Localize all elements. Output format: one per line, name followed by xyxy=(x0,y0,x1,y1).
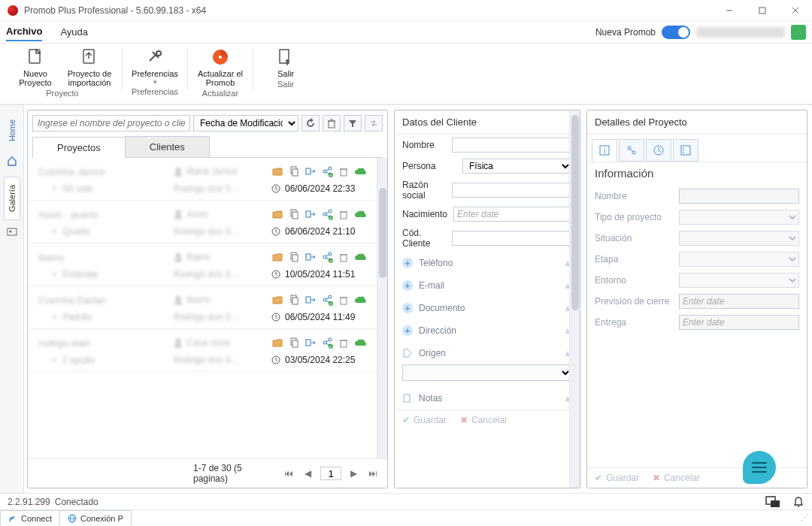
input-d-nombre[interactable] xyxy=(679,189,799,204)
select-d-situacion[interactable] xyxy=(679,231,799,246)
input-codcliente[interactable] xyxy=(452,231,572,246)
move-icon[interactable] xyxy=(304,251,317,263)
section-email[interactable]: +E-mail▲ xyxy=(395,274,580,297)
input-d-entrega[interactable] xyxy=(679,315,799,330)
section-telefono[interactable]: +Teléfono▲ xyxy=(395,252,580,274)
folder-icon[interactable] xyxy=(271,165,283,177)
section-direccion[interactable]: +Dirección▲ xyxy=(395,319,580,342)
tab-clients[interactable]: Clientes xyxy=(125,136,210,157)
trash-icon[interactable] xyxy=(338,337,350,349)
search-input[interactable] xyxy=(32,115,190,132)
select-d-entorno[interactable] xyxy=(679,273,799,288)
svg-text:i: i xyxy=(604,147,605,155)
new-project-button[interactable]: Nuevo Proyecto xyxy=(12,47,59,87)
project-row[interactable]: rodrigo.ibarr Casa nova + 2 opção Rodrig… xyxy=(28,329,387,372)
copy-icon[interactable] xyxy=(288,165,300,177)
brand-toggle[interactable] xyxy=(662,26,690,39)
dtab-history[interactable] xyxy=(646,139,671,162)
project-row[interactable]: Assis - quarto Assis + Quarto Rodrigo do… xyxy=(28,201,387,243)
project-row[interactable]: Cozinha Darlan Ibarro + Padrão Rodrigo d… xyxy=(28,286,387,329)
share-icon[interactable]: + xyxy=(321,208,333,220)
delete-button[interactable] xyxy=(323,115,341,132)
share-icon[interactable]: + xyxy=(321,251,333,263)
refresh-button[interactable] xyxy=(301,115,320,132)
copy-icon[interactable] xyxy=(288,208,300,220)
section-notas[interactable]: Notas▲ xyxy=(395,387,580,410)
pager-next[interactable]: ▶ xyxy=(347,467,360,480)
rail-galeria[interactable]: Galería xyxy=(4,177,20,220)
tab-projects[interactable]: Proyectos xyxy=(32,137,126,158)
copy-icon[interactable] xyxy=(288,294,300,306)
section-origen[interactable]: Origen▲ xyxy=(395,342,580,364)
status-connect[interactable]: Connect xyxy=(0,510,60,526)
avatar[interactable] xyxy=(791,25,806,40)
input-nacimiento[interactable] xyxy=(453,207,574,222)
import-project-button[interactable]: Proyecto de importación xyxy=(66,47,113,87)
folder-icon[interactable] xyxy=(271,251,283,263)
share-icon[interactable]: + xyxy=(321,294,333,306)
cloud-icon[interactable] xyxy=(354,337,366,349)
details-save-button[interactable]: ✔Guardar xyxy=(595,473,639,483)
windows-icon[interactable] xyxy=(765,496,780,508)
dtab-info[interactable]: i xyxy=(592,139,617,162)
status-conexion[interactable]: Conexión P xyxy=(60,510,132,526)
swap-button[interactable] xyxy=(365,115,383,132)
preferences-button[interactable]: Preferencias ▾ xyxy=(132,47,178,86)
pager-first[interactable]: ⏮ xyxy=(282,467,295,480)
folder-icon[interactable] xyxy=(271,208,283,220)
minimize-button[interactable] xyxy=(713,0,746,21)
scrollbar[interactable] xyxy=(377,158,387,458)
folder-icon[interactable] xyxy=(271,294,283,306)
section-documento[interactable]: +Documento▲ xyxy=(395,297,580,319)
filter-button[interactable] xyxy=(344,115,362,132)
move-icon[interactable] xyxy=(304,208,317,220)
bell-icon[interactable] xyxy=(792,496,804,508)
trash-icon[interactable] xyxy=(338,208,350,220)
select-persona[interactable]: Física xyxy=(462,159,572,174)
move-icon[interactable] xyxy=(304,337,317,349)
rail-home[interactable]: Home xyxy=(4,111,20,150)
menu-help[interactable]: Ayuda xyxy=(60,23,88,41)
input-nombre[interactable] xyxy=(452,138,572,153)
sort-select[interactable]: Fecha de Modificación xyxy=(193,115,298,132)
select-d-etapa[interactable] xyxy=(679,252,799,267)
client-save-button[interactable]: ✔Guardar xyxy=(402,415,447,425)
pager-last[interactable]: ⏭ xyxy=(367,467,380,480)
folder-icon[interactable] xyxy=(271,337,283,349)
trash-icon[interactable] xyxy=(338,294,350,306)
cloud-icon[interactable] xyxy=(354,165,366,177)
input-razon[interactable] xyxy=(452,183,572,198)
grip-icon[interactable]: ⋰ xyxy=(798,513,812,523)
maximize-button[interactable] xyxy=(746,0,779,21)
cloud-icon[interactable] xyxy=(354,294,366,306)
details-cancel-button[interactable]: ✖Cancelar xyxy=(653,473,700,483)
move-icon[interactable] xyxy=(304,294,317,306)
dtab-relations[interactable] xyxy=(619,139,644,162)
move-icon[interactable] xyxy=(304,165,317,177)
cloud-icon[interactable] xyxy=(354,208,366,220)
select-origen[interactable] xyxy=(402,364,572,381)
trash-icon[interactable] xyxy=(338,251,350,263)
select-d-tipo[interactable] xyxy=(679,210,799,225)
exit-button[interactable]: Salir xyxy=(262,47,309,78)
trash-icon[interactable] xyxy=(338,165,350,177)
dtab-checklist[interactable] xyxy=(673,139,698,162)
svg-rect-76 xyxy=(292,340,298,347)
scrollbar[interactable] xyxy=(569,110,580,488)
project-row[interactable]: Ibarro Ibarro + Estándar Rodrigo dos S… … xyxy=(28,243,387,286)
cloud-icon[interactable] xyxy=(354,251,366,263)
update-button[interactable]: Actualizar el Promob xyxy=(197,47,244,87)
menu-file[interactable]: Archivo xyxy=(6,23,42,41)
copy-icon[interactable] xyxy=(288,337,300,349)
client-cancel-button[interactable]: ✖Cancelar xyxy=(460,415,508,425)
chat-fab[interactable] xyxy=(743,451,776,484)
project-row[interactable]: Cozinha Janice Maria Janice + Só sala Ro… xyxy=(28,158,387,201)
share-icon[interactable]: + xyxy=(321,165,333,177)
close-button[interactable] xyxy=(779,0,812,21)
ribbon-group-label: Actualizar xyxy=(202,89,238,98)
pager-input[interactable] xyxy=(320,467,341,480)
input-d-prevision[interactable] xyxy=(679,294,799,309)
pager-prev[interactable]: ◀ xyxy=(301,467,314,480)
share-icon[interactable]: + xyxy=(321,337,333,349)
copy-icon[interactable] xyxy=(288,251,300,263)
